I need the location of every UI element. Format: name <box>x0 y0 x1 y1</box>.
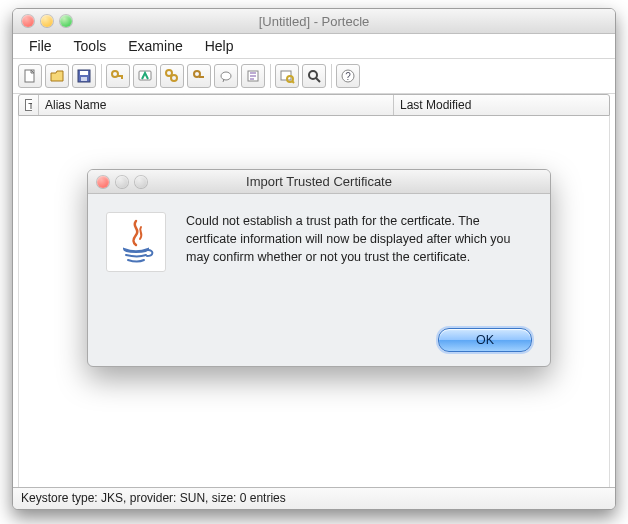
window-title: [Untitled] - Portecle <box>13 14 615 29</box>
svg-rect-6 <box>121 75 123 79</box>
java-icon <box>106 212 166 272</box>
import-trusted-certificate-dialog: Import Trusted Certificate Could not est… <box>87 169 551 367</box>
dialog-zoom-icon <box>135 176 147 188</box>
dialog-footer: OK <box>438 328 532 352</box>
minimize-icon[interactable] <box>41 15 53 27</box>
menubar: File Tools Examine Help <box>13 34 615 58</box>
column-alias-name[interactable]: Alias Name <box>39 95 394 115</box>
report-icon[interactable] <box>214 64 238 88</box>
svg-rect-3 <box>81 77 87 81</box>
open-keystore-icon[interactable] <box>45 64 69 88</box>
svg-line-18 <box>316 78 320 82</box>
dialog-minimize-icon <box>116 176 128 188</box>
statusbar: Keystore type: JKS, provider: SUN, size:… <box>13 487 615 509</box>
table-header: T Alias Name Last Modified <box>18 94 610 116</box>
set-password-icon[interactable] <box>187 64 211 88</box>
titlebar[interactable]: [Untitled] - Portecle <box>13 9 615 34</box>
column-type-icon[interactable]: T <box>19 95 39 115</box>
svg-point-9 <box>171 75 177 81</box>
svg-point-12 <box>221 72 231 80</box>
menu-examine[interactable]: Examine <box>118 35 194 57</box>
dialog-title: Import Trusted Certificate <box>88 174 550 189</box>
dialog-close-icon[interactable] <box>97 176 109 188</box>
examine-cert-icon[interactable] <box>275 64 299 88</box>
import-trusted-icon[interactable] <box>133 64 157 88</box>
dialog-titlebar[interactable]: Import Trusted Certificate <box>88 170 550 194</box>
generate-keypair-icon[interactable] <box>106 64 130 88</box>
zoom-icon[interactable] <box>60 15 72 27</box>
new-keystore-icon[interactable] <box>18 64 42 88</box>
dialog-body: Could not establish a trust path for the… <box>88 194 550 282</box>
svg-rect-2 <box>80 71 88 75</box>
sign-icon[interactable] <box>241 64 265 88</box>
svg-text:?: ? <box>345 71 351 82</box>
menu-file[interactable]: File <box>19 35 64 57</box>
traffic-lights <box>22 15 72 27</box>
toolbar-separator <box>270 64 271 88</box>
save-icon[interactable] <box>72 64 96 88</box>
svg-rect-11 <box>199 76 204 78</box>
svg-text:T: T <box>28 101 32 111</box>
help-icon[interactable]: ? <box>336 64 360 88</box>
examine-crl-icon[interactable] <box>302 64 326 88</box>
dialog-traffic-lights <box>97 176 147 188</box>
menu-tools[interactable]: Tools <box>64 35 119 57</box>
import-keypair-icon[interactable] <box>160 64 184 88</box>
toolbar-separator <box>331 64 332 88</box>
close-icon[interactable] <box>22 15 34 27</box>
svg-line-16 <box>292 81 294 83</box>
svg-point-8 <box>166 70 172 76</box>
text-column-icon: T <box>25 99 32 111</box>
ok-button[interactable]: OK <box>438 328 532 352</box>
toolbar-separator <box>101 64 102 88</box>
menu-help[interactable]: Help <box>195 35 246 57</box>
dialog-message: Could not establish a trust path for the… <box>186 212 532 272</box>
column-last-modified[interactable]: Last Modified <box>394 95 609 115</box>
toolbar: ? <box>13 58 615 94</box>
svg-point-17 <box>309 71 317 79</box>
